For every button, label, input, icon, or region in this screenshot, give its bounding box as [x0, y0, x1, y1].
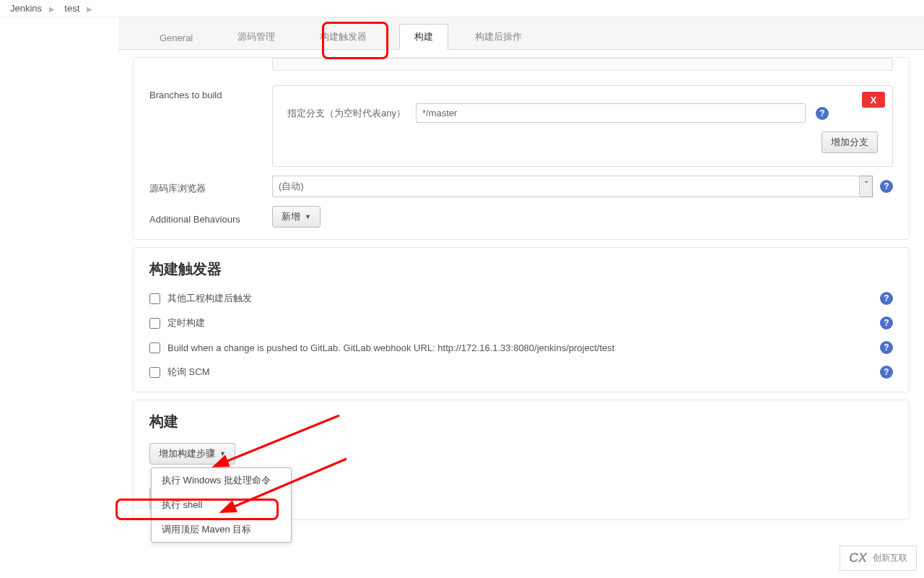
trigger-other[interactable]: 其他工程构建后触发 ? [141, 286, 902, 311]
menu-item-windows-batch[interactable]: 执行 Windows 批处理命令 [152, 468, 291, 493]
breadcrumb: Jenkins ▶ test ▶ [0, 0, 924, 17]
breadcrumb-project[interactable]: test [64, 3, 79, 14]
delete-branch-button[interactable]: X [862, 92, 885, 108]
trigger-periodic[interactable]: 定时构建 ? [141, 311, 902, 335]
trigger-gitlab[interactable]: Build when a change is pushed to GitLab.… [141, 335, 902, 360]
tabs-bar: General 源码管理 构建触发器 构建 构建后操作 [118, 17, 924, 50]
footer-badge: CX 创新互联 [840, 545, 917, 571]
help-icon[interactable]: ? [880, 341, 893, 354]
tab-triggers[interactable]: 构建触发器 [308, 24, 379, 50]
menu-item-maven[interactable]: 调用顶层 Maven 目标 [152, 517, 291, 542]
triggers-title: 构建触发器 [141, 255, 902, 286]
tab-build[interactable]: 构建 [399, 24, 448, 50]
build-step-menu: 执行 Windows 批处理命令 执行 shell 调用顶层 Maven 目标 [151, 467, 292, 543]
triggers-section: 构建触发器 其他工程构建后触发 ? 定时构建 ? Build when a ch… [133, 247, 910, 392]
add-build-step-button[interactable]: 增加构建步骤▼ [149, 443, 235, 465]
menu-item-execute-shell[interactable]: 执行 shell [152, 493, 291, 517]
chevron-down-icon[interactable]: ⌄ [860, 176, 873, 197]
branch-specifier-label: 指定分支（为空时代表any） [287, 107, 406, 120]
checkbox[interactable] [149, 318, 160, 329]
help-icon[interactable]: ? [880, 366, 893, 379]
chevron-right-icon: ▶ [87, 5, 92, 13]
additional-add-button[interactable]: 新增▼ [272, 206, 321, 228]
tab-general[interactable]: General [147, 26, 205, 50]
branches-label: Branches to build [149, 85, 272, 100]
checkbox[interactable] [149, 293, 160, 304]
checkbox[interactable] [149, 342, 160, 353]
build-title: 构建 [141, 407, 902, 439]
branches-label [149, 58, 272, 62]
branch-specifier-input[interactable] [416, 103, 806, 123]
repo-browser-label: 源码库浏览器 [149, 178, 272, 195]
caret-down-icon: ▼ [305, 213, 311, 220]
footer-text: 创新互联 [873, 552, 907, 564]
trigger-scm[interactable]: 轮询 SCM ? [141, 360, 902, 384]
repo-browser-select[interactable]: (自动) [272, 176, 860, 197]
build-section: 构建 增加构建步骤▼ 执行 Windows 批处理命令 执行 shell 调用顶… [133, 400, 910, 520]
chevron-right-icon: ▶ [49, 5, 55, 13]
additional-behaviours-label: Additional Behaviours [149, 210, 272, 225]
breadcrumb-root[interactable]: Jenkins [10, 3, 42, 14]
checkbox[interactable] [149, 367, 160, 378]
add-branch-button[interactable]: 增加分支 [821, 131, 878, 153]
tab-post[interactable]: 构建后操作 [463, 24, 534, 50]
help-icon[interactable]: ? [880, 180, 893, 193]
help-icon[interactable]: ? [880, 292, 893, 305]
branch-specifier-box: X 指定分支（为空时代表any） ? 增加分支 [272, 85, 893, 167]
tab-scm[interactable]: 源码管理 [225, 24, 287, 50]
help-icon[interactable]: ? [880, 316, 893, 329]
caret-down-icon: ▼ [219, 450, 226, 457]
help-icon[interactable]: ? [816, 107, 829, 120]
footer-logo-icon: CX [849, 551, 867, 566]
